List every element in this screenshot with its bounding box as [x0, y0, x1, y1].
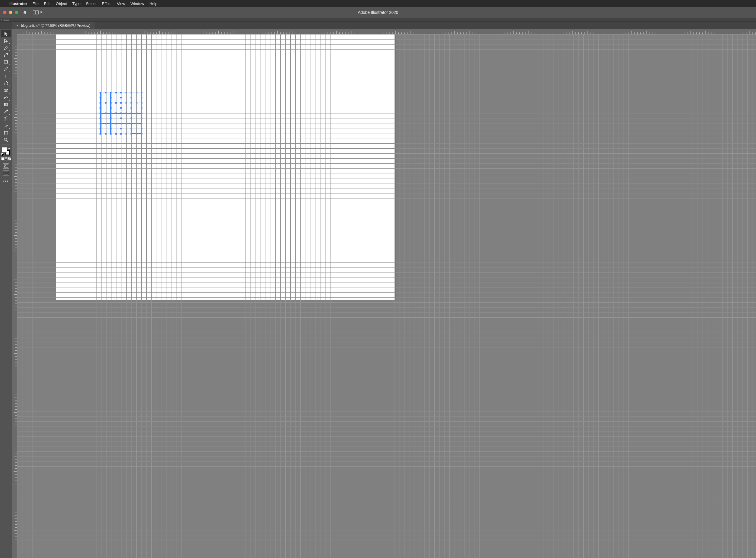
fullscreen-window-button[interactable] — [15, 10, 18, 14]
anchor-point[interactable] — [105, 102, 106, 103]
fill-swatch[interactable] — [2, 147, 7, 152]
menu-effect[interactable]: Effect — [102, 1, 112, 6]
flyout-indicator-icon — [9, 78, 10, 79]
symbol-sprayer-tool[interactable] — [1, 122, 10, 129]
workspace: T ⇄ ••• — [0, 29, 756, 558]
free-transform-tool[interactable] — [1, 94, 10, 101]
svg-rect-1 — [36, 10, 39, 14]
arrange-documents-button[interactable] — [33, 10, 43, 15]
document-tab-bar: × blog-article* @ 77.58% (RGB/GPU Previe… — [0, 22, 756, 29]
color-mode-solid[interactable] — [1, 157, 4, 160]
flyout-indicator-icon — [9, 99, 10, 101]
gradient-tool[interactable] — [1, 101, 10, 108]
menu-help[interactable]: Help — [149, 1, 157, 6]
svg-point-17 — [4, 138, 6, 141]
anchor-point[interactable] — [110, 102, 112, 103]
menu-object[interactable]: Object — [56, 1, 67, 6]
type-tool[interactable]: T — [1, 73, 10, 80]
app-title: Adobe Illustrator 2020 — [358, 10, 398, 15]
pen-tool[interactable] — [1, 44, 10, 51]
app-titlebar: Adobe Illustrator 2020 — [0, 7, 756, 18]
app-menu[interactable]: Illustrator — [9, 1, 27, 6]
document-tab[interactable]: × blog-article* @ 77.58% (RGB/GPU Previe… — [13, 22, 95, 29]
svg-point-14 — [7, 125, 8, 125]
fill-stroke-control[interactable]: ⇄ — [2, 147, 10, 155]
default-fill-stroke-icon[interactable] — [1, 153, 4, 156]
svg-point-3 — [4, 56, 5, 57]
document-tab-label: blog-article* @ 77.58% (RGB/GPU Preview) — [21, 24, 91, 28]
eyedropper-tool[interactable] — [1, 108, 10, 115]
curvature-tool[interactable] — [1, 51, 10, 58]
edit-toolbar-button[interactable]: ••• — [3, 179, 9, 183]
screen-mode-button[interactable] — [3, 171, 9, 176]
menu-file[interactable]: File — [32, 1, 39, 6]
color-mode-buttons — [1, 157, 11, 160]
paintbrush-tool[interactable] — [1, 66, 10, 73]
svg-point-15 — [6, 125, 7, 125]
flyout-indicator-icon — [9, 50, 10, 51]
svg-point-19 — [4, 165, 6, 167]
macos-menubar: Illustrator File Edit Object Type Select… — [0, 0, 756, 7]
direct-selection-tool[interactable] — [1, 37, 10, 44]
color-mode-gradient[interactable] — [4, 157, 8, 160]
menu-select[interactable]: Select — [86, 1, 97, 6]
selected-rectangle[interactable] — [100, 103, 111, 113]
window-controls — [3, 10, 18, 14]
horizontal-ruler[interactable] — [12, 29, 756, 34]
menu-window[interactable]: Window — [130, 1, 144, 6]
anchor-point[interactable] — [100, 102, 101, 103]
flyout-indicator-icon — [9, 71, 10, 72]
toolbox: T ⇄ ••• — [0, 29, 12, 558]
minimize-window-button[interactable] — [9, 10, 13, 14]
anchor-point[interactable] — [100, 97, 101, 99]
svg-rect-0 — [33, 10, 35, 14]
draw-mode-button[interactable] — [3, 163, 9, 169]
svg-rect-5 — [4, 60, 7, 63]
vertical-ruler[interactable] — [12, 29, 17, 558]
selected-rectangle[interactable] — [111, 113, 121, 124]
menu-type[interactable]: Type — [72, 1, 80, 6]
pasteboard[interactable] — [17, 34, 756, 558]
flyout-indicator-icon — [9, 92, 10, 94]
svg-rect-9 — [4, 103, 7, 106]
menu-view[interactable]: View — [117, 1, 125, 6]
zoom-tool[interactable] — [1, 136, 10, 143]
home-button[interactable] — [22, 10, 27, 15]
flyout-indicator-icon — [9, 85, 10, 86]
flyout-indicator-icon — [9, 128, 10, 129]
panel-collapse-strip[interactable]: ›› — [0, 18, 756, 22]
svg-rect-10 — [7, 109, 8, 110]
flyout-indicator-icon — [9, 113, 10, 115]
selected-rectangle[interactable] — [100, 113, 111, 124]
selected-rectangle[interactable] — [111, 103, 121, 113]
color-mode-none[interactable] — [8, 157, 11, 160]
expand-panels-icon: ›› — [1, 18, 2, 21]
svg-point-13 — [7, 124, 7, 125]
svg-text:T: T — [4, 74, 7, 78]
selection-tool[interactable] — [1, 30, 10, 37]
rectangle-tool[interactable] — [1, 58, 10, 66]
shape-builder-tool[interactable] — [1, 87, 10, 94]
svg-point-2 — [6, 46, 7, 47]
rotate-tool[interactable] — [1, 80, 10, 87]
svg-rect-16 — [4, 131, 7, 134]
anchor-point[interactable] — [105, 92, 106, 93]
anchor-point[interactable] — [110, 97, 112, 99]
close-tab-button[interactable]: × — [17, 24, 19, 28]
menu-edit[interactable]: Edit — [44, 1, 50, 6]
grip-icon — [3, 19, 9, 21]
anchor-point[interactable] — [100, 92, 101, 93]
artboard-tool[interactable] — [1, 129, 10, 136]
flyout-indicator-icon — [9, 64, 10, 65]
toolbox-separator — [1, 145, 10, 145]
svg-rect-20 — [4, 172, 8, 175]
swap-fill-stroke-icon[interactable]: ⇄ — [8, 147, 10, 150]
canvas-area[interactable] — [12, 29, 756, 558]
close-window-button[interactable] — [3, 10, 6, 14]
blend-tool[interactable] — [1, 115, 10, 122]
flyout-indicator-icon — [9, 43, 10, 44]
anchor-point[interactable] — [110, 92, 112, 93]
